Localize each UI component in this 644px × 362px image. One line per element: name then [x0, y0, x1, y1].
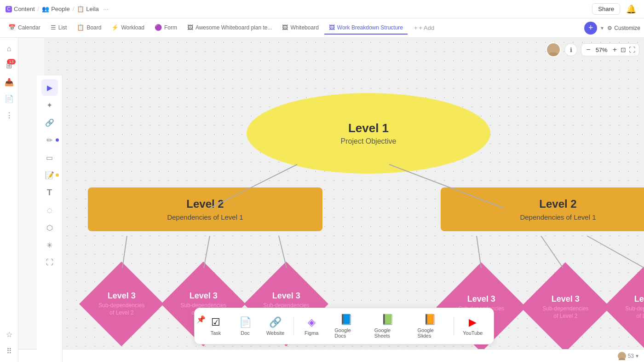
status-chevron[interactable]: ▾ — [636, 353, 638, 359]
sidebar-tasks[interactable]: ⊞ 13 — [2, 58, 17, 73]
tool-eraser[interactable]: ◌ — [41, 202, 58, 218]
tool-text[interactable]: T — [41, 184, 58, 201]
notification-icon[interactable]: 🔔 — [624, 2, 638, 17]
google-docs-icon: 📘 — [340, 314, 352, 326]
toolbar-google-docs[interactable]: 📘 Google Docs — [327, 311, 365, 341]
tool-pen[interactable]: ✏ — [41, 132, 58, 148]
breadcrumb-sep1: / — [38, 6, 40, 12]
level3-d6-sub: Sub-dependenciesof Level 2 — [625, 305, 644, 320]
level3-d5-sub: Sub-dependenciesof Level 2 — [542, 305, 588, 320]
zoom-out-button[interactable]: − — [585, 46, 591, 54]
wb-plan-icon: 🖼 — [187, 24, 193, 31]
add-view-button[interactable]: + — [584, 22, 597, 35]
google-slides-label: Google Slides — [418, 327, 443, 339]
fullscreen-button[interactable]: ⛶ — [629, 46, 635, 53]
tab-whiteboard-plan[interactable]: 🖼 Awesome Whiteboard plan te... — [183, 21, 277, 35]
pin-icon[interactable]: 📌 — [196, 315, 206, 324]
breadcrumb-people-label: People — [51, 6, 69, 12]
breadcrumb-leila[interactable]: 📋 Leila — [77, 6, 98, 12]
tabs-bar-right: + ▾ ⚙ Customize — [584, 22, 640, 35]
google-docs-label: Google Docs — [334, 327, 358, 339]
sidebar-apps[interactable]: ⠿ — [2, 344, 17, 358]
tab-board-label: Board — [86, 24, 101, 31]
add-tab-button[interactable]: + + Add — [410, 22, 438, 34]
level3-d1-title: Level 3 — [107, 291, 135, 301]
share-button[interactable]: Share — [592, 3, 620, 15]
toolbar-task[interactable]: ☑ Task — [202, 314, 230, 339]
level2-left-rect[interactable]: Level 2 Dependencies of Level 1 — [88, 187, 322, 231]
tool-hand[interactable]: ✦ — [41, 97, 58, 113]
google-slides-icon: 📙 — [424, 314, 436, 326]
info-button[interactable]: ℹ — [564, 43, 577, 56]
sidebar-docs[interactable]: 📄 — [2, 91, 17, 106]
tool-link[interactable]: 🔗 — [41, 114, 58, 131]
tool-select[interactable]: ▶ — [41, 79, 58, 96]
level2-right-rect[interactable]: Level 2 Dependencies of Level 1 — [441, 187, 644, 231]
tab-list[interactable]: ☰ List — [46, 21, 72, 35]
tool-nodes[interactable]: ⬡ — [41, 219, 58, 236]
toolbar-google-sheets[interactable]: 📗 Google Sheets — [367, 311, 408, 341]
google-sheets-label: Google Sheets — [374, 327, 401, 339]
tab-whiteboard[interactable]: 🖼 Whiteboard — [277, 21, 323, 35]
sidebar-more[interactable]: ⋮ — [2, 108, 17, 123]
level2-right-subtitle: Dependencies of Level 1 — [520, 213, 596, 221]
breadcrumb-leila-label: Leila — [86, 6, 98, 12]
breadcrumb-content[interactable]: C Content — [6, 6, 35, 12]
sidebar-inbox[interactable]: 📥 — [2, 75, 17, 89]
user-count: 53 — [628, 353, 634, 359]
customize-button[interactable]: ⚙ Customize — [607, 25, 640, 31]
level3-d6-title: Level 3 — [634, 294, 644, 304]
toolbar-youtube[interactable]: ▶ YouTube — [458, 314, 488, 339]
website-icon: 🔗 — [269, 316, 282, 328]
sidebar-home[interactable]: ⌂ — [2, 41, 17, 56]
people-icon: 👥 — [42, 6, 49, 12]
form-icon: 🟣 — [155, 24, 162, 31]
tool-settings2[interactable]: ✳ — [41, 237, 58, 253]
tab-board[interactable]: 📋 Board — [72, 21, 106, 35]
canvas-area[interactable]: ℹ − 57% + ⊡ ⛶ — [44, 38, 644, 349]
tab-calendar[interactable]: 📅 Calendar — [4, 21, 45, 35]
toolbar-website[interactable]: 🔗 Website — [261, 314, 290, 339]
doc-label: Doc — [241, 330, 250, 336]
tab-workload[interactable]: ⚡ Workload — [107, 21, 149, 35]
tab-workload-label: Workload — [121, 24, 144, 31]
tool-note[interactable]: 📝 — [41, 167, 58, 183]
google-sheets-icon: 📗 — [381, 314, 394, 326]
tab-form[interactable]: 🟣 Form — [150, 21, 182, 35]
level2-left-subtitle: Dependencies of Level 1 — [167, 213, 243, 221]
board-icon: 📋 — [77, 24, 84, 31]
toolbar-sep2 — [454, 317, 454, 335]
breadcrumb-people[interactable]: 👥 People — [42, 6, 69, 12]
toolbar-google-slides[interactable]: 📙 Google Slides — [410, 311, 450, 341]
level1-subtitle: Project Objective — [341, 137, 397, 146]
toolbar-figma[interactable]: ◈ Figma — [298, 314, 325, 339]
figma-label: Figma — [305, 330, 319, 336]
level3-diamond-1[interactable]: Level 3 Sub-dependenciesof Level 2 — [83, 259, 159, 349]
status-users: 53 ▾ — [618, 352, 638, 360]
zoom-in-button[interactable]: + — [612, 46, 618, 54]
tab-wbs[interactable]: 🖼 Work Breakdown Structure — [324, 21, 408, 35]
toolbar-sep1 — [293, 317, 294, 335]
main-layout: ⌂ ⊞ 13 📥 📄 ⋮ ☆ ⠿ ▶ ✦ 🔗 ✏ ▭ 📝 T — [0, 38, 644, 362]
calendar-icon: 📅 — [8, 24, 16, 31]
level1-oval[interactable]: Level 1 Project Objective — [247, 93, 490, 174]
sidebar-favorites[interactable]: ☆ — [2, 327, 17, 342]
tool-embed[interactable]: ⛶ — [41, 254, 58, 271]
figma-icon: ◈ — [308, 316, 316, 328]
tool-rect[interactable]: ▭ — [41, 149, 58, 166]
chevron-down-icon[interactable]: ▾ — [601, 25, 604, 31]
tasks-badge: 13 — [7, 59, 15, 64]
toolbar-doc[interactable]: 📄 Doc — [231, 314, 259, 339]
level3-diamond-6[interactable]: Level 3 Sub-dependenciesof Level 2 — [608, 259, 644, 349]
more-button[interactable]: ··· — [104, 6, 109, 12]
task-icon: ☑ — [211, 316, 220, 328]
list-icon: ☰ — [51, 24, 56, 31]
left-sidebar: ⌂ ⊞ 13 📥 📄 ⋮ ☆ ⠿ — [0, 38, 18, 362]
level2-right-title: Level 2 — [539, 198, 576, 210]
level3-diamond-5[interactable]: Level 3 Sub-dependenciesof Level 2 — [525, 259, 605, 349]
breadcrumb-content-label: Content — [14, 6, 35, 12]
whiteboard-icon: 🖼 — [282, 24, 288, 31]
youtube-label: YouTube — [463, 330, 483, 336]
fit-button[interactable]: ⊡ — [621, 46, 626, 53]
add-tab-label: + Add — [419, 24, 435, 31]
